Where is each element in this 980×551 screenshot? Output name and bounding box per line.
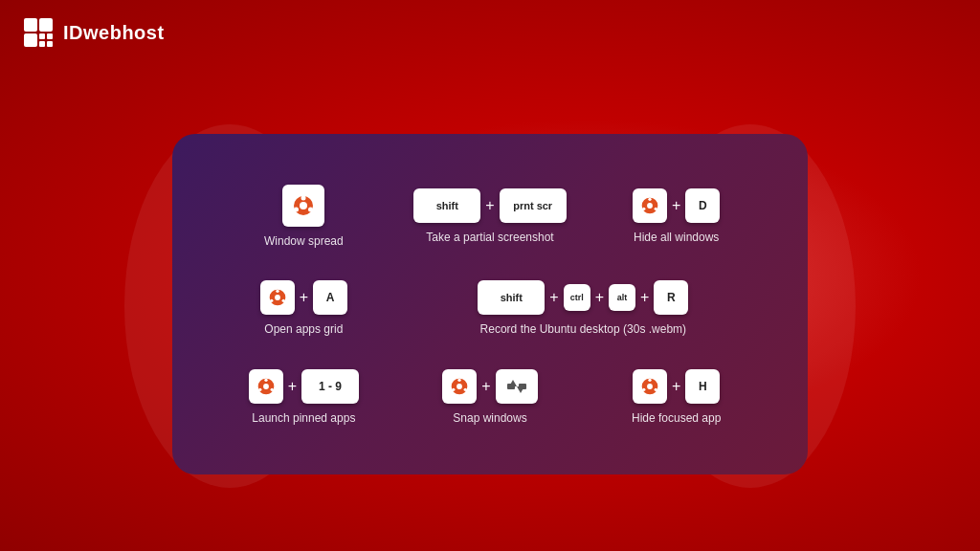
key-shift: shift (413, 188, 480, 223)
shortcuts-card: Window spread shift + prnt scr Take a pa… (172, 134, 808, 474)
svg-point-25 (270, 387, 273, 390)
svg-point-19 (276, 290, 278, 293)
plus-6: + (640, 289, 649, 306)
svg-point-20 (281, 299, 284, 302)
shortcut-snap-windows: + Snap windows (397, 369, 584, 425)
keys-window-spread (282, 185, 324, 227)
svg-point-29 (458, 378, 461, 381)
key-A: A (313, 280, 347, 315)
svg-point-9 (301, 195, 306, 200)
ubuntu-key-large (282, 185, 324, 227)
key-snap-arrows (496, 369, 538, 404)
svg-point-13 (647, 203, 653, 209)
label-window-spread: Window spread (264, 234, 344, 248)
shortcut-row-1: Window spread shift + prnt scr Take a pa… (211, 185, 769, 248)
shortcut-row-2: + A Open apps grid shift + ctrl + alt + … (211, 280, 769, 336)
svg-rect-2 (24, 33, 37, 47)
plus-4: + (549, 289, 558, 306)
keys-hide-all: + D (633, 188, 720, 223)
svg-rect-0 (24, 18, 37, 32)
keys-snap-windows: + (442, 369, 537, 404)
shortcut-record-desktop: shift + ctrl + alt + R Record the Ubuntu… (397, 280, 769, 336)
plus-2: + (672, 197, 680, 214)
label-partial-screenshot: Take a partial screenshot (426, 231, 553, 244)
ubuntu-key-small-4 (442, 369, 477, 404)
label-record-desktop: Record the Ubuntu desktop (30s .webm) (480, 322, 686, 336)
svg-point-10 (308, 207, 313, 211)
svg-point-8 (300, 202, 307, 209)
key-R: R (654, 280, 688, 315)
plus-1: + (485, 197, 494, 214)
shortcut-partial-screenshot: shift + prnt scr Take a partial screensh… (397, 188, 584, 244)
logo-icon (23, 17, 54, 48)
svg-marker-35 (517, 386, 524, 393)
key-shift-2: shift (478, 280, 545, 315)
svg-point-23 (263, 384, 269, 389)
label-apps-grid: Open apps grid (264, 322, 343, 336)
keys-apps-grid: + A (260, 280, 347, 315)
plus-5: + (595, 289, 604, 306)
label-snap-windows: Snap windows (453, 411, 526, 425)
shortcut-row-3: + 1 - 9 Launch pinned apps (211, 369, 769, 425)
svg-rect-3 (39, 33, 45, 39)
plus-8: + (481, 378, 490, 395)
svg-point-11 (294, 207, 299, 211)
label-hide-all: Hide all windows (634, 231, 719, 244)
label-launch-pinned: Launch pinned apps (252, 411, 355, 425)
shortcut-hide-focused: + H Hide focused app (583, 369, 769, 425)
svg-rect-5 (39, 41, 45, 47)
svg-point-28 (457, 384, 462, 389)
svg-point-40 (642, 387, 645, 390)
header: IDwebhost (23, 17, 165, 48)
plus-9: + (672, 378, 680, 395)
svg-point-26 (258, 387, 261, 390)
svg-point-14 (648, 197, 651, 200)
svg-point-39 (655, 387, 657, 390)
keys-record-desktop: shift + ctrl + alt + R (478, 280, 688, 315)
label-hide-focused: Hide focused app (632, 411, 721, 425)
shortcut-apps-grid: + A Open apps grid (211, 280, 397, 336)
plus-3: + (300, 289, 308, 306)
svg-point-16 (642, 207, 645, 209)
key-prtscr: prnt scr (500, 188, 567, 223)
svg-rect-1 (39, 18, 53, 32)
svg-point-31 (452, 387, 455, 390)
key-H: H (685, 369, 720, 404)
svg-marker-34 (509, 380, 517, 386)
key-alt: alt (609, 284, 635, 311)
shortcut-launch-pinned: + 1 - 9 Launch pinned apps (211, 369, 397, 425)
key-D: D (685, 188, 720, 223)
svg-point-24 (264, 378, 267, 381)
shortcut-hide-all: + D Hide all windows (583, 188, 769, 244)
shortcut-window-spread: Window spread (211, 185, 397, 248)
svg-point-15 (655, 207, 657, 209)
brand-name: IDwebhost (63, 22, 165, 44)
svg-rect-4 (47, 33, 53, 39)
keys-partial-screenshot: shift + prnt scr (413, 188, 566, 223)
ubuntu-key-small-2 (260, 280, 295, 315)
svg-point-30 (464, 387, 467, 390)
svg-point-21 (270, 299, 273, 302)
shortcuts-grid: Window spread shift + prnt scr Take a pa… (211, 163, 769, 446)
ubuntu-key-small-1 (633, 188, 667, 223)
key-1-9: 1 - 9 (301, 369, 359, 404)
plus-7: + (288, 378, 297, 395)
ubuntu-key-small-3 (249, 369, 283, 404)
svg-point-37 (647, 384, 653, 389)
keys-hide-focused: + H (633, 369, 720, 404)
key-ctrl: ctrl (564, 284, 590, 311)
keys-launch-pinned: + 1 - 9 (249, 369, 359, 404)
ubuntu-key-small-5 (633, 369, 667, 404)
svg-point-38 (648, 378, 651, 381)
svg-rect-6 (47, 41, 53, 47)
svg-point-18 (275, 295, 280, 300)
